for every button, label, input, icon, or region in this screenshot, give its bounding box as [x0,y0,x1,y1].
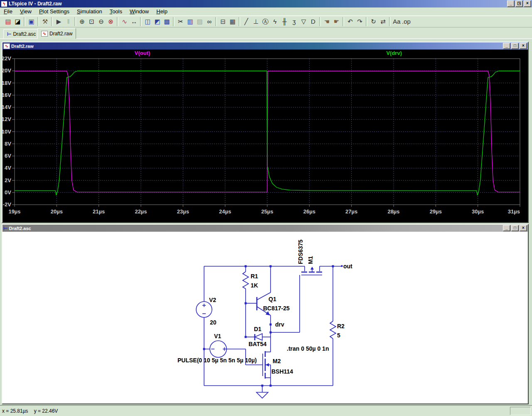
v1-ref-label[interactable]: V1 [214,333,221,339]
open-file-button[interactable]: ◪ [13,17,22,27]
copy-button[interactable]: ▥ [185,17,195,27]
place-inductor-button[interactable]: ʒ [289,17,299,27]
v2-ref-label[interactable]: V2 [209,297,216,303]
m1-ref-label[interactable]: M1 [307,256,314,264]
y-tick-label: 6V [5,153,11,159]
redo-button[interactable]: ↷ [355,17,365,27]
r1-ref-label[interactable]: R1 [251,273,258,280]
mdi-area: ∿ Draft2.raw _ □ × 19µs20µs21µs22µs23µs2… [0,40,532,406]
tile-windows-button[interactable]: ◫ [143,17,153,27]
x-tick-label: 27µs [345,208,357,215]
place-ground-button[interactable]: ⊥ [251,17,261,27]
legend-V(out)[interactable]: V(out) [135,50,150,56]
toolbar: ▤◪▣⚒▶‖⊕⊡⊖⊗∿↔◫◩▩✂▥▨∞⊟▦╱⊥Ⓐϟ╫ʒ▽D☚☛↶↷↻⇄Aa.op [0,16,532,27]
v2-value-label[interactable]: 20 [210,319,217,326]
q1-ref-label[interactable]: Q1 [268,296,276,302]
waveform-plot-area[interactable]: 19µs20µs21µs22µs23µs24µs25µs26µs27µs28µs… [2,50,528,222]
ground-symbol[interactable] [256,386,268,398]
rotate-button[interactable]: ↻ [369,17,378,27]
x-tick-label: 25µs [261,208,273,215]
place-net-label-button[interactable]: Ⓐ [261,17,270,27]
component-V2[interactable] [196,302,212,317]
menu-view[interactable]: View [16,8,35,15]
close-button[interactable]: × [520,43,527,49]
minimize-button[interactable]: _ [507,0,515,7]
m2-ref-label[interactable]: M2 [273,358,281,364]
component-R2[interactable] [330,321,336,339]
schematic-window: ⊢ Draft2.asc _ □ × [2,224,529,404]
menu-simulation[interactable]: Simulation [73,8,106,15]
menu-tools[interactable]: Tools [106,8,126,15]
zoom-in-button[interactable]: ⊕ [77,17,87,27]
save-button[interactable]: ▣ [27,17,36,27]
x-tick-label: 31µs [508,208,520,215]
close-button[interactable]: × [524,0,531,7]
component-M1[interactable] [301,266,322,275]
component-D1[interactable] [255,334,262,340]
draw-wire-button[interactable]: ╱ [241,17,251,27]
toolbar-separator [37,17,39,26]
v1-value-label[interactable]: PULSE(0 10 5µ 5n 5n 5µ 10µ) [177,357,257,364]
net-label-out[interactable]: out [343,263,352,270]
new-schematic-button[interactable]: ▤ [3,17,13,27]
r2-value-label[interactable]: 5 [337,332,340,339]
component-M2[interactable] [263,351,271,386]
run-simulation-button[interactable]: ▶ [54,17,64,27]
wires[interactable] [204,266,342,386]
component-R1[interactable] [243,272,249,289]
waveform-plot[interactable]: 19µs20µs21µs22µs23µs24µs25µs26µs27µs28µs… [2,50,528,222]
tab-draft2-asc[interactable]: ⊢ Draft2.asc [3,29,39,39]
legend-V(drv)[interactable]: V(drv) [386,50,402,56]
minimize-button[interactable]: _ [503,43,510,49]
component-Q1[interactable] [257,266,271,324]
undo-button[interactable]: ↶ [345,17,355,27]
place-component-button[interactable]: D [308,17,318,27]
maximize-button[interactable]: □ [511,225,519,231]
restore-button[interactable]: ◳ [515,0,523,7]
minimize-button[interactable]: _ [503,225,510,231]
place-diode-button[interactable]: ▽ [299,17,308,27]
tab-draft2-raw[interactable]: ∿ Draft2.raw [37,28,76,39]
x-tick-label: 24µs [219,208,231,215]
close-button[interactable]: × [520,225,527,231]
cut-button[interactable]: ✂ [176,17,185,27]
d1-ref-label[interactable]: D1 [254,326,261,332]
waveform-window: ∿ Draft2.raw _ □ × 19µs20µs21µs22µs23µs2… [2,42,529,223]
m1-value-label[interactable]: FDS6375 [297,240,304,264]
spice-directive-button[interactable]: .op [401,17,411,27]
zoom-box-button[interactable]: ⊡ [87,17,96,27]
arrange-windows-button[interactable]: ▩ [162,17,172,27]
print-button[interactable]: ▦ [228,17,237,27]
component-V1[interactable] [210,341,227,357]
toolbar-separator [117,17,118,26]
toolbar-separator [140,17,142,26]
print-preview-button[interactable]: ⊟ [218,17,228,27]
r2-ref-label[interactable]: R2 [337,323,345,329]
zoom-full-extents-button[interactable]: ⊗ [106,17,116,27]
menu-plot-settings[interactable]: Plot Settings [35,8,73,15]
move-tool-button[interactable]: ☚ [322,17,332,27]
text-tool-button[interactable]: Aa [392,17,401,27]
plot-settings-button[interactable]: ∿ [120,17,129,27]
spice-directive-text[interactable]: .tran 0 50µ 0 1n [287,345,329,352]
menu-help[interactable]: Help [153,8,171,15]
control-panel-button[interactable]: ⚒ [40,17,50,27]
menu-file[interactable]: File [0,8,16,15]
find-button[interactable]: ∞ [204,17,214,27]
q1-value-label[interactable]: BC817-25 [263,305,290,312]
place-resistor-button[interactable]: ϟ [270,17,280,27]
net-label-drv[interactable]: drv [275,321,284,328]
d1-value-label[interactable]: BAT54 [249,341,267,347]
zoom-out-button[interactable]: ⊖ [96,17,106,27]
schematic-canvas[interactable]: V2 20 R1 1K Q1 BC817-25 D1 BAT54 V1 PULS… [2,232,528,404]
m2-value-label[interactable]: BSH114 [271,368,293,375]
mirror-button[interactable]: ⇄ [378,17,388,27]
drag-tool-button[interactable]: ☛ [332,17,341,27]
maximize-button[interactable]: □ [511,43,519,49]
autorange-y-axis-button[interactable]: ↔ [129,17,139,27]
cascade-windows-button[interactable]: ◩ [153,17,162,27]
place-capacitor-button[interactable]: ╫ [280,17,289,27]
menu-window[interactable]: Window [126,8,153,15]
r1-value-label[interactable]: 1K [251,282,258,289]
toolbar-separator [239,17,240,26]
